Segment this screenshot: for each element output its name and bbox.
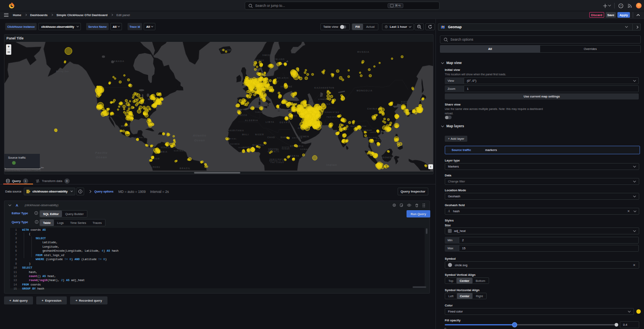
svg-text:UZBEKISTAN: UZBEKISTAN <box>318 98 334 100</box>
svg-text:LIBYA: LIBYA <box>266 121 275 123</box>
svg-text:Atlantic: Atlantic <box>192 134 206 137</box>
svg-text:GUATEMALA: GUATEMALA <box>131 137 145 139</box>
svg-text:AFGHANISTAN: AFGHANISTAN <box>322 111 339 113</box>
svg-text:TUNISIA: TUNISIA <box>255 111 265 113</box>
svg-text:EGYPT: EGYPT <box>280 121 290 124</box>
svg-text:Indian: Indian <box>326 163 337 167</box>
svg-text:CHINA: CHINA <box>367 107 378 110</box>
svg-text:Ocean: Ocean <box>96 155 107 159</box>
svg-text:KAZAKHSTAN: KAZAKHSTAN <box>314 87 334 89</box>
svg-text:MALI: MALI <box>242 133 249 136</box>
svg-text:SUDAN: SUDAN <box>282 148 290 150</box>
svg-text:KOREA: KOREA <box>401 103 409 104</box>
svg-text:BELARUS: BELARUS <box>277 77 289 79</box>
svg-text:FINLAND: FINLAND <box>273 58 285 60</box>
svg-text:CHAD: CHAD <box>267 136 275 139</box>
svg-text:NIGER: NIGER <box>255 133 264 136</box>
svg-text:SURINAME: SURINAME <box>174 150 187 152</box>
svg-text:CANADA: CANADA <box>111 60 125 62</box>
svg-text:RUSSIA: RUSSIA <box>357 50 370 53</box>
svg-text:MAURITANIA: MAURITANIA <box>227 130 244 132</box>
svg-text:GUINEA: GUINEA <box>230 143 240 145</box>
svg-text:IVORY: IVORY <box>238 147 246 149</box>
svg-text:VENEZUELA: VENEZUELA <box>161 147 176 149</box>
svg-text:THE CONGO: THE CONGO <box>270 161 284 163</box>
svg-text:Ocean: Ocean <box>194 139 205 142</box>
svg-text:PERU: PERU <box>153 166 161 168</box>
svg-text:ALGERIA: ALGERIA <box>245 119 258 122</box>
svg-text:MONGOLIA: MONGOLIA <box>357 89 373 92</box>
svg-text:INDONESIA: INDONESIA <box>380 157 395 159</box>
svg-text:Bering Sea: Bering Sea <box>56 70 69 72</box>
svg-text:?: ? <box>620 4 621 7</box>
svg-text:KENYA: KENYA <box>290 155 299 157</box>
svg-text:BRAZIL: BRAZIL <box>180 167 190 170</box>
svg-text:SOMALIA: SOMALIA <box>300 148 312 150</box>
svg-text:THAILAND: THAILAND <box>366 137 378 139</box>
svg-text:ERITREA: ERITREA <box>292 137 302 139</box>
svg-text:LAOS: LAOS <box>370 131 376 133</box>
svg-text:Pacific: Pacific <box>95 151 107 155</box>
svg-text:SWEDEN: SWEDEN <box>262 54 274 56</box>
svg-text:TURKMENISTAN: TURKMENISTAN <box>311 103 330 105</box>
